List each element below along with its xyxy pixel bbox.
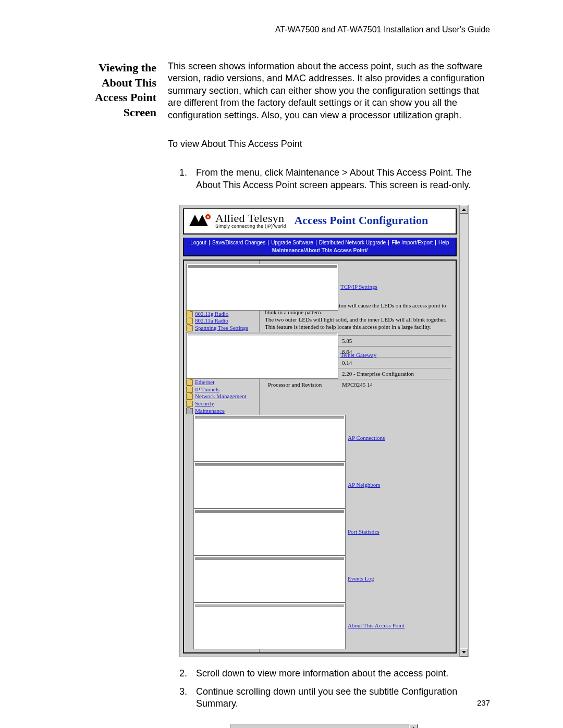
running-head: AT-WA7500 and AT-WA7501 Installation and… <box>78 25 490 34</box>
intro-paragraph: This screen shows information about the … <box>168 60 490 121</box>
nav-ap-neigh[interactable]: AP Neighbors <box>186 462 257 509</box>
top-link-upgrade[interactable]: Upgrade Software <box>268 240 316 245</box>
step-3-num: 3. <box>179 686 191 710</box>
page-icon <box>186 332 338 379</box>
folder-icon <box>186 311 193 317</box>
top-link-save[interactable]: Save/Discard Changes <box>210 240 268 245</box>
folder-open-icon <box>186 408 193 414</box>
top-link-logout[interactable]: Logout <box>188 240 210 245</box>
step-2: 2. Scroll down to view more information … <box>179 668 490 680</box>
page-icon <box>193 602 346 649</box>
breadcrumb: Maintenance/About This Access Point/ <box>184 246 456 255</box>
side-heading: Viewing the About This Access Point Scre… <box>78 60 156 120</box>
folder-icon <box>186 325 193 331</box>
scrollbar[interactable] <box>459 205 468 657</box>
step-3-text: Continue scrolling down until you see th… <box>196 686 490 710</box>
heading-and-intro: Viewing the About This Access Point Scre… <box>78 60 490 131</box>
nav-iptunnels[interactable]: IP Tunnels <box>186 386 257 393</box>
nav-netmgmt[interactable]: Network Management <box>186 393 257 400</box>
svg-point-3 <box>207 216 209 218</box>
cell-val: 5.85 <box>339 335 451 346</box>
page-icon <box>193 415 346 462</box>
top-nav-band: Logout Save/Discard Changes Upgrade Soft… <box>183 238 457 256</box>
nav-about[interactable]: About This Access Point <box>186 602 257 649</box>
nav-80211a[interactable]: 802.11a Radio <box>186 317 257 325</box>
nav-tcpip[interactable]: TCP/IP Settings <box>186 264 257 311</box>
cell-key: Processor and Revision <box>265 379 339 390</box>
nav-tree: TCP/IP Settings 802.11g Radio 802.11a Ra… <box>184 261 260 652</box>
page-icon <box>193 462 346 509</box>
page: AT-WA7500 and AT-WA7501 Installation and… <box>0 0 563 728</box>
cell-val: 0.14 <box>339 357 451 368</box>
step-1-text: From the menu, click Maintenance > About… <box>196 167 490 191</box>
top-nav-links: Logout Save/Discard Changes Upgrade Soft… <box>184 238 456 246</box>
top-link-file-io[interactable]: File Import/Export <box>389 240 436 245</box>
about-screenshot: Allied Telesyn Simply connecting the (IP… <box>179 205 469 657</box>
cell-val: 6.64 <box>339 346 451 357</box>
step-3: 3. Continue scrolling down until you see… <box>179 686 490 710</box>
page-icon <box>193 509 346 556</box>
scroll-up-icon[interactable] <box>409 724 418 728</box>
page-icon <box>193 556 346 602</box>
to-view-subhead: To view About This Access Point <box>168 138 490 150</box>
nav-ethernet[interactable]: Ethernet <box>186 379 257 386</box>
cell-val: 2.20 - Enterprise Configuration <box>339 368 451 379</box>
top-link-help[interactable]: Help <box>436 240 452 245</box>
scroll-track[interactable] <box>460 214 468 648</box>
folder-icon <box>186 318 193 324</box>
nav-maintenance[interactable]: Maintenance <box>186 408 257 415</box>
page-number: 237 <box>477 698 490 707</box>
step-2-num: 2. <box>179 668 191 680</box>
folder-icon <box>186 393 193 400</box>
config-area: TCP/IP Settings 802.11g Radio 802.11a Ra… <box>183 260 457 653</box>
nav-events[interactable]: Events Log <box>186 556 257 602</box>
nav-port-stats[interactable]: Port Statistics <box>186 509 257 556</box>
nav-80211g[interactable]: 802.11g Radio <box>186 311 257 318</box>
brand-tagline: Simply connecting the (IP) world <box>215 224 286 229</box>
nav-ap-conn[interactable]: AP Connections <box>186 415 257 462</box>
desc-line-3: This feature is intended to help locate … <box>265 324 432 330</box>
step-2-text: Scroll down to view more information abo… <box>196 668 490 680</box>
step-1: 1. From the menu, click Maintenance > Ab… <box>179 167 490 191</box>
app-title: Access Point Configuration <box>294 214 428 227</box>
folder-icon <box>186 401 193 407</box>
scroll-up-icon[interactable] <box>460 205 468 214</box>
step-1-num: 1. <box>179 167 191 191</box>
nav-security[interactable]: Security <box>186 400 257 408</box>
brand-name: Allied Telesyn <box>215 212 286 224</box>
folder-icon <box>186 379 193 386</box>
config-summary-screenshot: Configuration Summary Display Only Diffe… <box>230 724 418 728</box>
scrollbar[interactable] <box>409 724 418 728</box>
desc-line-2: The two outer LEDs will light solid, and… <box>265 316 446 323</box>
nav-spanning[interactable]: Spanning Tree Settings <box>186 325 257 332</box>
page-icon <box>186 264 338 311</box>
brand-logo: Allied Telesyn Simply connecting the (IP… <box>189 212 286 229</box>
scroll-down-icon[interactable] <box>460 648 468 657</box>
nav-telnet[interactable]: Telnet Gateway <box>186 332 257 379</box>
table-row: Processor and RevisionMPC8245 14 <box>265 379 451 390</box>
folder-icon <box>186 387 193 393</box>
top-link-dist-upgrade[interactable]: Distributed Network Upgrade <box>316 240 389 245</box>
cell-val: MPC8245 14 <box>339 379 451 390</box>
brand-bar: Allied Telesyn Simply connecting the (IP… <box>183 208 457 235</box>
logo-icon <box>189 214 212 227</box>
